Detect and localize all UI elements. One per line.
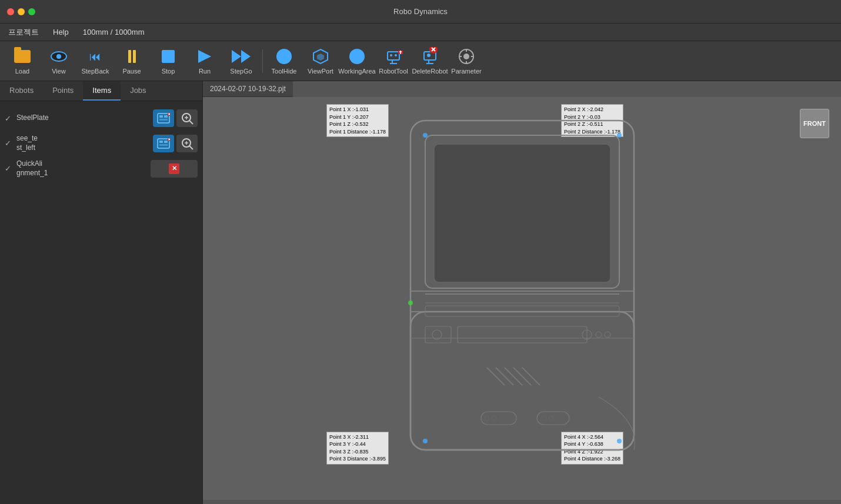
deleterobot-button[interactable]: DeleteRobot [412, 44, 448, 78]
item-edit-seete[interactable] [153, 135, 174, 152]
workingarea-button[interactable]: WorkingArea [339, 44, 375, 78]
svg-point-67 [492, 416, 496, 420]
menubar: 프로젝트 Help 100mm / 1000mm [0, 24, 841, 41]
item-name-seete: see_te st_left [16, 134, 149, 152]
svg-point-75 [408, 301, 413, 305]
svg-rect-65 [481, 412, 516, 425]
item-check-quickalign[interactable]: ✓ [5, 164, 13, 173]
item-actions-seete [153, 135, 198, 152]
svg-line-62 [505, 368, 522, 385]
item-name-steelplate: SteelPlate [16, 114, 149, 123]
minimize-button[interactable] [18, 8, 25, 15]
viewport-tab[interactable]: 2024-02-07 10-19-32.pjt [203, 81, 293, 97]
svg-rect-25 [164, 115, 168, 118]
svg-rect-47 [434, 144, 610, 282]
svg-rect-37 [159, 144, 168, 146]
item-search-seete[interactable] [176, 135, 198, 152]
svg-point-59 [605, 332, 610, 338]
tab-points[interactable]: Points [43, 81, 83, 101]
front-indicator: FRONT [800, 109, 829, 138]
stop-icon [162, 50, 175, 63]
svg-rect-54 [425, 326, 451, 343]
item-check-steelplate[interactable]: ✓ [5, 114, 13, 123]
stop-button[interactable]: Stop [151, 44, 186, 78]
viewport-icon [312, 48, 329, 65]
view-label: View [52, 68, 66, 75]
magnifier-icon [181, 112, 193, 125]
parameter-button[interactable]: Parameter [449, 44, 484, 78]
stepgo-icon [232, 50, 251, 63]
svg-line-31 [189, 121, 193, 124]
eye-icon [51, 51, 67, 62]
close-button[interactable] [7, 8, 14, 15]
svg-point-72 [617, 133, 622, 138]
svg-point-6 [395, 54, 397, 56]
toolhide-icon [276, 49, 292, 64]
view-button[interactable]: View [41, 44, 76, 78]
item-delete-quickalign[interactable]: ✕ [151, 160, 198, 178]
tabs-row: Robots Points Items Jobs [0, 81, 202, 101]
svg-point-73 [423, 439, 428, 443]
load-button[interactable]: Load [5, 44, 40, 78]
svg-point-71 [423, 133, 428, 138]
svg-point-70 [549, 416, 553, 420]
menu-help[interactable]: Help [51, 26, 71, 38]
window-title: Robo Dynamics [393, 7, 448, 16]
menu-project[interactable]: 프로젝트 [6, 26, 41, 39]
viewport-canvas[interactable]: FRONT Point 1 X :-1.031 Point 1 Y :-0.20… [203, 97, 841, 500]
svg-rect-24 [159, 115, 163, 118]
deleterobot-label: DeleteRobot [412, 68, 448, 75]
menu-scale[interactable]: 100mm / 1000mm [81, 26, 147, 38]
viewport-button[interactable]: ViewPort [303, 44, 338, 78]
list-item: ✓ see_te st_left [0, 131, 202, 156]
svg-point-5 [390, 54, 392, 56]
item-actions-quickalign: ✕ [151, 160, 198, 178]
play-icon [198, 50, 211, 63]
svg-point-74 [617, 439, 622, 443]
svg-point-69 [542, 416, 546, 420]
pause-button[interactable]: Pause [114, 44, 149, 78]
svg-line-42 [189, 146, 193, 149]
item-search-steelplate[interactable] [176, 109, 198, 127]
viewport-label: ViewPort [308, 68, 333, 75]
robottool-button[interactable]: RobotTool [376, 44, 411, 78]
point3-label: Point 3 X :-2.311 Point 3 Y :-0.44 Point… [326, 432, 389, 465]
stepback-icon: ⏮ [89, 50, 101, 64]
item-actions-steelplate [153, 109, 198, 127]
svg-rect-2 [388, 52, 399, 60]
grid-edit-icon-2 [157, 138, 170, 149]
toolhide-button[interactable]: ToolHide [266, 44, 302, 78]
run-button[interactable]: Run [187, 44, 222, 78]
parameter-label: Parameter [451, 68, 481, 75]
svg-rect-55 [458, 326, 587, 343]
svg-point-18 [463, 54, 469, 59]
viewport-area[interactable]: 2024-02-07 10-19-32.pjt FRONT Point 1 X … [203, 81, 841, 504]
window-controls [7, 8, 35, 15]
robottool-icon [384, 47, 403, 66]
svg-line-60 [487, 368, 505, 385]
pause-icon [128, 50, 136, 63]
stepback-button[interactable]: ⏮ StepBack [78, 44, 113, 78]
svg-rect-26 [159, 119, 168, 121]
svg-rect-36 [164, 141, 168, 143]
pause-label: Pause [122, 68, 141, 75]
folder-icon [14, 50, 31, 63]
toolhide-label: ToolHide [272, 68, 297, 75]
robottool-label: RobotTool [379, 68, 408, 75]
stop-label: Stop [162, 68, 175, 75]
item-check-seete[interactable]: ✓ [5, 139, 13, 148]
svg-marker-1 [317, 54, 324, 61]
titlebar: Robo Dynamics [0, 0, 841, 24]
parameter-icon [458, 48, 475, 65]
svg-line-64 [522, 368, 540, 385]
maximize-button[interactable] [28, 8, 35, 15]
deleterobot-icon [420, 47, 439, 66]
stepgo-button[interactable]: StepGo [223, 44, 259, 78]
tab-robots[interactable]: Robots [0, 81, 43, 101]
tab-jobs[interactable]: Jobs [121, 81, 155, 101]
cad-drawing [393, 115, 652, 462]
tab-items[interactable]: Items [83, 81, 121, 101]
items-list: ✓ SteelPlate [0, 101, 202, 504]
item-edit-steelplate[interactable] [153, 109, 174, 127]
svg-rect-35 [159, 141, 163, 143]
